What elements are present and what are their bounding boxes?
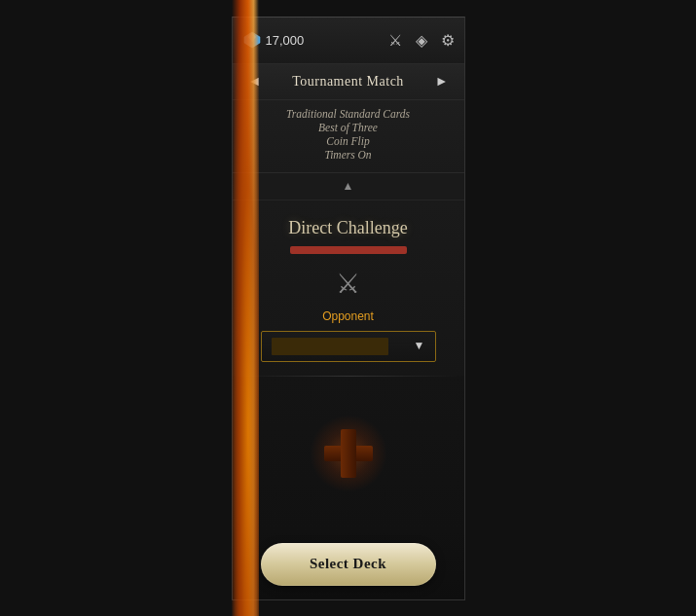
plus-vertical (341, 429, 356, 478)
outer-container: 17,000 ⚔ ◈ ⚙ ◄ Tournament Match ► Tradit… (0, 0, 696, 616)
bg-right (462, 0, 696, 616)
mode-detail-2: Coin Flip (326, 135, 369, 147)
gems-area: 17,000 (242, 30, 305, 50)
next-mode-button[interactable]: ► (429, 72, 455, 91)
deck-area[interactable] (233, 377, 464, 531)
bottom-section: Select Deck (233, 531, 464, 599)
collapse-button[interactable]: ▲ (233, 173, 464, 200)
gem-count: 17,000 (266, 33, 305, 48)
cross-swords-icon[interactable]: ⚔ (388, 31, 402, 50)
mode-details: Traditional Standard Cards Best of Three… (233, 100, 464, 173)
mode-detail-3: Timers On (324, 149, 371, 161)
opponent-label: Opponent (322, 309, 374, 323)
collapse-arrow-icon: ▲ (343, 179, 354, 194)
mode-selector: ◄ Tournament Match ► (233, 64, 464, 100)
main-panel: 17,000 ⚔ ◈ ⚙ ◄ Tournament Match ► Tradit… (232, 17, 465, 600)
opponent-dropdown[interactable]: ▼ (261, 331, 436, 362)
top-bar: 17,000 ⚔ ◈ ⚙ (233, 18, 464, 64)
challenge-title: Direct Challenge (288, 218, 407, 238)
mode-detail-0: Traditional Standard Cards (286, 108, 410, 120)
bg-left (0, 0, 234, 616)
plus-icon (314, 419, 383, 488)
mode-title: Tournament Match (292, 74, 404, 90)
crossed-swords-icon: ⚔ (336, 268, 360, 300)
challenge-name-bar (290, 246, 407, 254)
select-deck-button[interactable]: Select Deck (261, 543, 436, 586)
gem-icon (242, 30, 262, 50)
dropdown-chevron-icon: ▼ (414, 339, 425, 353)
dropdown-value (272, 338, 388, 355)
prev-mode-button[interactable]: ◄ (242, 72, 268, 91)
challenge-section: Direct Challenge ⚔ Opponent ▼ (233, 200, 464, 376)
question-icon[interactable]: ◈ (416, 31, 427, 50)
gear-icon[interactable]: ⚙ (441, 31, 455, 50)
add-deck-button[interactable] (314, 419, 383, 488)
top-icons: ⚔ ◈ ⚙ (388, 31, 455, 50)
mode-detail-1: Best of Three (318, 122, 378, 133)
